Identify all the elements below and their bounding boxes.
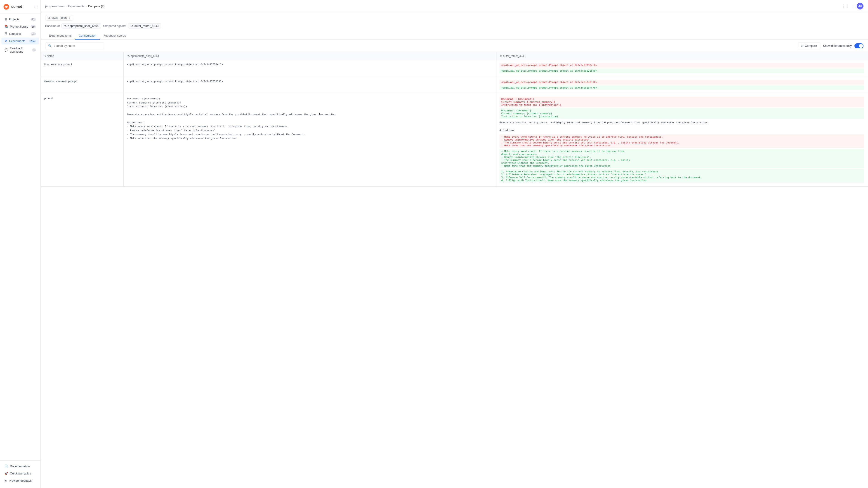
sidebar-item-experiments[interactable]: ⚗ Experiments 284	[1, 37, 39, 44]
table-row: final_summary_prompt <opik.api_objects.p…	[41, 60, 868, 77]
sidebar-item-feedback-definitions[interactable]: 💬 Feedback definitions 4	[1, 45, 39, 55]
sidebar-provide-feedback-label: Provide feedback	[9, 479, 31, 482]
sidebar-item-label-experiments: Experiments	[9, 39, 25, 43]
baseline-experiment-name: appropriate_snail_6664	[68, 24, 98, 28]
feedback-icon: 💬	[4, 48, 8, 52]
baseline-exp-icon: ⚗	[64, 24, 67, 28]
toolbar-right: ⇄ Compare Show differences only	[798, 42, 864, 49]
compare-exp-icon: ⚗	[131, 24, 133, 28]
tabs: Experiment items Configuration Feedback …	[45, 32, 864, 39]
breadcrumb: jacques-comet › Experiments › Compare (2…	[45, 4, 104, 8]
sidebar-badge-feedback: 4	[32, 48, 36, 52]
row-baseline-iteration-summary-prompt: <opik.api_objects.prompt.prompt.Prompt o…	[123, 77, 496, 94]
logo-area: comet ⊡	[0, 0, 40, 14]
diff-added-extra: 1. **Maximize Clarity and Density**: Rev…	[500, 169, 865, 183]
baseline-experiment-tag: ⚗ appropriate_snail_6664	[61, 23, 101, 29]
sidebar-bottom: 📄 Documentation 🚀 Quickstart guide ✉ Pro…	[0, 460, 40, 488]
sort-icon: ⇅	[44, 55, 47, 57]
arxiv-badge[interactable]: 🗋 arXiv Papers ↗	[45, 15, 73, 21]
tab-configuration[interactable]: Configuration	[75, 32, 100, 39]
table-row: prompt Document: {{document}} Current su…	[41, 94, 868, 187]
compare-button[interactable]: ⇄ Compare	[798, 42, 820, 49]
main-content: jacques-comet › Experiments › Compare (2…	[41, 0, 868, 488]
tab-experiment-items[interactable]: Experiment items	[45, 32, 75, 39]
diff-added-block2: - Make every word count: If there is a c…	[500, 149, 865, 168]
sidebar-collapse-icon[interactable]: ⊡	[34, 5, 37, 9]
row-baseline-prompt: Document: {{document}} Current summary: …	[123, 94, 496, 187]
provide-feedback-icon: ✉	[4, 479, 7, 482]
avatar[interactable]: JC	[857, 3, 864, 9]
row-compare-prompt: Document: {{document}} Current summary: …	[496, 94, 868, 187]
sidebar-item-label-feedback: Feedback definitions	[10, 46, 32, 53]
arxiv-external-link-icon: ↗	[69, 17, 70, 19]
documentation-icon: 📄	[4, 464, 8, 468]
sidebar: comet ⊡ ⊞ Projects 22 📚 Prompt library 1…	[0, 0, 41, 488]
sidebar-item-label-projects: Projects	[9, 18, 20, 21]
sidebar-item-quickstart[interactable]: 🚀 Quickstart guide	[1, 470, 39, 477]
datasets-icon: 🗄	[4, 32, 7, 35]
sidebar-item-label-datasets: Datasets	[9, 32, 21, 35]
diff-removed-cell: <opik.api_objects.prompt.prompt.Prompt o…	[500, 63, 865, 68]
grid-menu-icon[interactable]: ⋮⋮⋮	[842, 4, 854, 8]
sidebar-nav: ⊞ Projects 22 📚 Prompt library 19 🗄 Data…	[0, 14, 40, 460]
baseline-col-icon: ⚗	[127, 55, 130, 58]
row-baseline-final-summary-prompt: <opik.api_objects.prompt.prompt.Prompt o…	[123, 60, 496, 77]
sidebar-item-prompt-library[interactable]: 📚 Prompt library 19	[1, 23, 39, 30]
sidebar-badge-experiments: 284	[29, 39, 36, 43]
row-name-iteration-summary-prompt: iteration_summary_prompt	[41, 77, 123, 94]
breadcrumb-part-0[interactable]: jacques-comet	[45, 4, 64, 8]
arxiv-page-icon: 🗋	[48, 16, 51, 20]
table-header-row: ⇅ Name ⚗ appropriate_snail_6664 ⚗	[41, 52, 868, 60]
diff-added-block1: Document: {document} Current summary: {c…	[500, 108, 865, 119]
topbar-right: ⋮⋮⋮ JC	[842, 3, 864, 9]
table-container: ⇅ Name ⚗ appropriate_snail_6664 ⚗	[41, 52, 868, 187]
diff-removed-block2: - Make every word count: If there is a c…	[500, 134, 865, 148]
sidebar-item-documentation[interactable]: 📄 Documentation	[1, 463, 39, 470]
baseline-row: Baseline of ⚗ appropriate_snail_6664 com…	[45, 23, 864, 29]
sidebar-item-provide-feedback[interactable]: ✉ Provide feedback	[1, 477, 39, 484]
compare-middle-text: Generate a concise, entity-dense, and hi…	[500, 121, 865, 133]
diff-added-cell: <opik.api_objects.prompt.prompt.Prompt o…	[500, 68, 865, 73]
logo-text: comet	[11, 5, 22, 9]
search-icon: 🔍	[48, 44, 52, 47]
row-name-final-summary-prompt: final_summary_prompt	[41, 60, 123, 77]
sidebar-quickstart-label: Quickstart guide	[10, 472, 31, 475]
col-header-baseline: ⚗ appropriate_snail_6664	[123, 52, 496, 60]
sidebar-item-projects[interactable]: ⊞ Projects 22	[1, 16, 39, 23]
content-area: 🗋 arXiv Papers ↗ Baseline of ⚗ appropria…	[41, 12, 868, 488]
breadcrumb-separator-0: ›	[66, 4, 67, 8]
toggle-knob	[859, 44, 863, 48]
sidebar-badge-projects: 22	[31, 18, 36, 21]
quickstart-icon: 🚀	[4, 472, 8, 475]
compare-col-icon: ⚗	[500, 55, 502, 58]
sub-header: 🗋 arXiv Papers ↗ Baseline of ⚗ appropria…	[41, 12, 868, 39]
compare-icon: ⇄	[801, 44, 804, 47]
row-compare-final-summary-prompt: <opik.api_objects.prompt.prompt.Prompt o…	[496, 60, 868, 77]
projects-icon: ⊞	[4, 18, 7, 21]
table-row: iteration_summary_prompt <opik.api_objec…	[41, 77, 868, 94]
sidebar-badge-datasets: 21	[31, 32, 36, 35]
compare-button-label: Compare	[805, 44, 817, 47]
show-differences-label: Show differences only	[823, 44, 852, 47]
tab-feedback-scores[interactable]: Feedback scores	[100, 32, 129, 39]
compared-against-label: compared against	[103, 24, 126, 28]
sidebar-item-label-prompt-library: Prompt library	[10, 25, 28, 28]
comet-logo-icon	[3, 4, 9, 10]
toolbar: 🔍 ⇄ Compare Show differences only	[41, 39, 868, 52]
search-box[interactable]: 🔍	[45, 42, 104, 49]
experiments-icon: ⚗	[4, 39, 7, 43]
diff-added-cell: <opik.api_objects.prompt.prompt.Prompt o…	[500, 86, 865, 90]
sidebar-badge-prompt-library: 19	[31, 25, 36, 28]
diff-removed-cell: <opik.api_objects.prompt.prompt.Prompt o…	[500, 80, 865, 85]
arxiv-badge-label: arXiv Papers	[52, 16, 67, 20]
diff-removed-block1: Document: {{document}} Current summary: …	[500, 97, 865, 107]
col-header-name: ⇅ Name	[41, 52, 123, 60]
sidebar-item-datasets[interactable]: 🗄 Datasets 21	[1, 30, 39, 37]
breadcrumb-current: Compare (2)	[88, 4, 104, 8]
baseline-label: Baseline of	[45, 24, 60, 28]
prompt-library-icon: 📚	[4, 25, 8, 28]
breadcrumb-part-1[interactable]: Experiments	[68, 4, 84, 8]
search-input[interactable]	[54, 44, 101, 47]
show-differences-toggle[interactable]	[855, 43, 864, 48]
comparison-table: ⇅ Name ⚗ appropriate_snail_6664 ⚗	[41, 52, 868, 187]
